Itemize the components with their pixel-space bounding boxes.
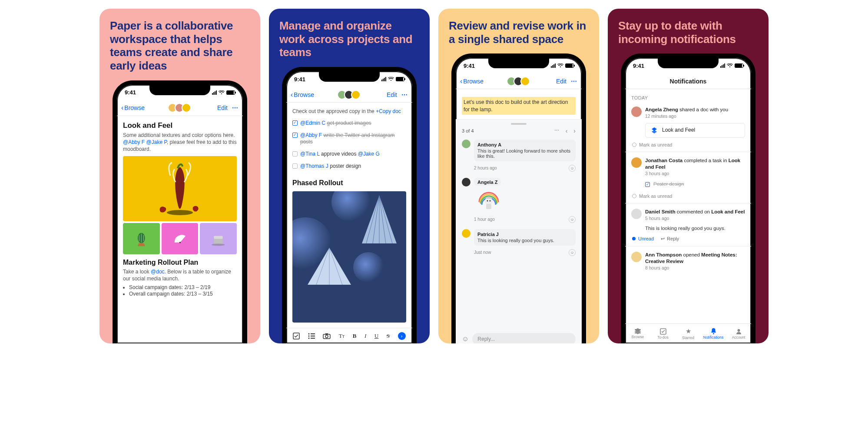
collaborator-avatars[interactable] [314, 90, 387, 100]
battery-icon [226, 90, 235, 95]
italic-icon[interactable]: I [364, 333, 366, 339]
bell-icon [710, 328, 717, 335]
edit-button[interactable]: Edit [217, 104, 228, 111]
bold-icon[interactable]: B [353, 333, 357, 339]
notification-item[interactable]: Jonathan Costa completed a task in Look … [631, 154, 745, 193]
add-reaction-icon[interactable]: ☺ [569, 249, 576, 256]
moodboard-hero-image[interactable] [123, 156, 237, 221]
navbar: ‹ Browse Edit ⋯ [456, 73, 582, 89]
mention[interactable]: @Jake G [358, 151, 380, 157]
promo-card-3: Review and revise work in a single share… [438, 9, 599, 343]
account-icon [735, 328, 742, 335]
back-button[interactable]: ‹ Browse [460, 77, 484, 85]
chevron-left-icon: ‹ [291, 91, 293, 99]
strikethrough-icon[interactable]: S [387, 333, 390, 339]
unread-button[interactable]: Unread [632, 236, 654, 241]
task-item[interactable]: @Thomas J poster design [292, 163, 406, 170]
tab-account[interactable]: Account [726, 324, 751, 343]
comment-more-icon[interactable]: ⋯ [554, 128, 560, 133]
tab-label: To-dos [657, 335, 669, 339]
checkbox-empty-icon[interactable] [292, 163, 298, 169]
tab-browse[interactable]: Browse [625, 324, 650, 343]
thumbnail-image[interactable] [200, 223, 237, 254]
mention[interactable]: @Abby F [123, 139, 145, 145]
mention[interactable]: @Tina L [300, 151, 320, 157]
notification-item[interactable]: Ann Thompson opened Meeting Notes: Creat… [631, 248, 745, 275]
task-item[interactable]: ✓ @Abby F write the Twitter and Instagra… [292, 132, 406, 146]
prev-comment-icon[interactable]: ‹ [566, 127, 568, 134]
hero-image[interactable] [292, 191, 406, 323]
thumbnail-image[interactable] [123, 223, 160, 254]
svg-point-27 [325, 335, 328, 338]
reply-arrow-icon: ↩ [661, 236, 665, 242]
comment-timestamp: 1 hour ago [474, 217, 495, 222]
phone-notch [319, 71, 380, 82]
more-icon[interactable]: ⋯ [571, 78, 577, 85]
collaborator-avatars[interactable] [145, 103, 217, 113]
promo-headline: Paper is a collaborative workspace that … [110, 19, 250, 73]
checkbox-checked-icon[interactable]: ✓ [292, 133, 298, 138]
wifi-icon [557, 63, 563, 68]
tab-todos[interactable]: To-dos [650, 324, 676, 343]
cellular-icon [212, 90, 217, 95]
edit-button[interactable]: Edit [387, 91, 397, 98]
checkbox-checked-icon[interactable]: ✓ [292, 120, 298, 126]
doc-link[interactable]: @doc [151, 269, 165, 275]
phone-frame: 9:41 Notifications TODAY Angela Zheng sh… [621, 53, 755, 343]
status-time: 9:41 [464, 63, 475, 69]
collaborator-avatars[interactable] [484, 77, 556, 86]
mention[interactable]: @Edmin C [300, 120, 325, 126]
mention[interactable]: @Jake P [146, 139, 167, 145]
mention[interactable]: @Abby F [300, 132, 322, 138]
emoji-picker-icon[interactable]: ☺ [462, 335, 469, 343]
reply-input[interactable]: Reply... [472, 333, 576, 343]
task-item[interactable]: @Tina L approve videos @Jake G [292, 151, 406, 158]
task-item[interactable]: ✓ @Edmin C get product images [292, 120, 406, 127]
more-icon[interactable]: ⋯ [401, 91, 408, 98]
bullet-list-icon[interactable] [308, 333, 315, 339]
doc-chip[interactable]: Look and Feel [645, 123, 745, 138]
camera-icon[interactable] [323, 333, 331, 339]
text-size-icon[interactable]: TT [339, 333, 345, 339]
highlighted-text[interactable]: Let's use this doc to build out the art … [462, 97, 576, 114]
edit-button[interactable]: Edit [556, 78, 567, 85]
thumbnail-image[interactable] [162, 223, 199, 254]
comment-timestamp: Just now [474, 250, 491, 255]
notifications-list[interactable]: TODAY Angela Zheng shared a doc with you… [625, 89, 751, 323]
doc-link[interactable]: +Copy doc [376, 108, 401, 114]
checkbox-empty-icon[interactable] [292, 151, 298, 156]
toolbar-more-icon[interactable]: › [398, 332, 406, 340]
back-button[interactable]: ‹ Browse [121, 104, 145, 112]
page-title: Notifications [629, 78, 747, 85]
unread-dot-icon [632, 237, 636, 240]
checklist-icon[interactable] [293, 333, 300, 339]
svg-point-35 [737, 329, 740, 332]
status-time: 9:41 [125, 89, 136, 96]
svg-rect-7 [214, 236, 223, 239]
reply-button[interactable]: ↩ Reply [661, 236, 679, 242]
notification-item[interactable]: Daniel Smith commented on Look and Feel … [631, 205, 745, 235]
notification-item[interactable]: Angela Zheng shared a doc with you 12 mi… [631, 103, 745, 141]
back-button[interactable]: ‹ Browse [291, 91, 314, 99]
next-comment-icon[interactable]: › [573, 127, 576, 134]
task-text: get product images [327, 120, 371, 126]
add-reaction-icon[interactable]: ☺ [569, 165, 576, 172]
mark-unread-button[interactable]: Mark as unread [632, 193, 745, 199]
mark-unread-button[interactable]: Mark as unread [632, 142, 745, 147]
avatar [631, 252, 642, 262]
avatar [351, 90, 361, 100]
tab-starred[interactable]: ★ Starred [676, 324, 701, 343]
mention[interactable]: @Thomas J [300, 163, 328, 169]
underline-icon[interactable]: U [374, 333, 378, 339]
add-reaction-icon[interactable]: ☺ [569, 216, 576, 223]
document-body[interactable]: Check out the approved copy in the +Copy… [286, 103, 412, 328]
drag-handle-icon[interactable] [511, 123, 527, 125]
document-body[interactable]: Let's use this doc to build out the art … [456, 89, 582, 343]
battery-icon [565, 63, 574, 68]
star-icon: ★ [686, 327, 691, 335]
tab-label: Notifications [703, 335, 723, 339]
document-body[interactable]: Look and Feel Some additional textures a… [117, 116, 243, 343]
tab-notifications[interactable]: Notifications [701, 324, 726, 343]
section-heading: Phased Rollout [292, 179, 406, 187]
more-icon[interactable]: ⋯ [232, 104, 239, 111]
